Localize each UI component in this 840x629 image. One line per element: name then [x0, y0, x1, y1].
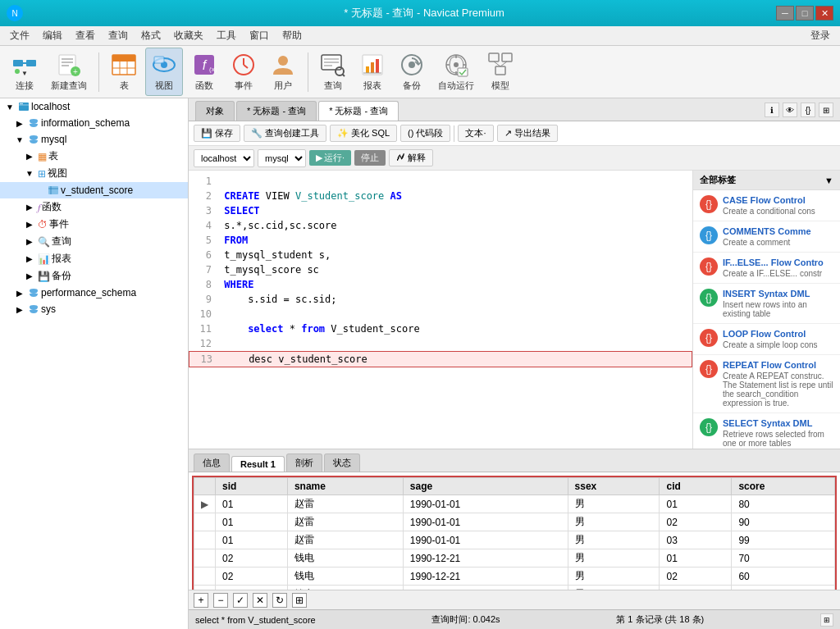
menu-query[interactable]: 查询 — [102, 27, 135, 44]
toolbar-user[interactable]: 用户 — [265, 48, 301, 95]
menu-file[interactable]: 文件 — [3, 27, 36, 44]
menu-edit[interactable]: 编辑 — [36, 27, 69, 44]
add-row-button[interactable]: + — [194, 593, 208, 608]
result-table-wrapper: sid sname sage ssex cid score ▶01赵雷1990-… — [189, 472, 840, 590]
braces-button[interactable]: {} — [801, 103, 815, 117]
text-button[interactable]: 文本· — [458, 125, 493, 142]
beautify-sql-button[interactable]: ✨ 美化 SQL — [330, 125, 397, 142]
toolbar-auto-run[interactable]: 自动运行 — [433, 48, 479, 95]
sidebar-item-localhost[interactable]: ▼ localhost — [0, 98, 188, 115]
toolbar-backup[interactable]: 备份 — [394, 48, 430, 95]
info-button[interactable]: ℹ — [765, 103, 779, 117]
tab-query-2[interactable]: * 无标题 - 查询 — [318, 101, 399, 121]
tab-info[interactable]: 信息 — [194, 454, 230, 472]
save-button[interactable]: 💾 保存 — [194, 125, 240, 142]
toolbar-query[interactable]: 查询 — [315, 48, 351, 95]
database-selector[interactable]: mysql — [258, 149, 306, 167]
tab-status[interactable]: 状态 — [324, 454, 360, 472]
sidebar-item-backup-folder[interactable]: ▶ 💾 备份 — [0, 267, 188, 285]
toolbar-connect[interactable]: ▼ 连接 — [7, 48, 43, 95]
export-result-button[interactable]: ↗ 导出结果 — [497, 125, 558, 142]
repeat-snippet-title: REPEAT Flow Control — [723, 360, 833, 370]
sidebar-item-views-folder[interactable]: ▼ ⊞ 视图 — [0, 165, 188, 182]
toolbar-new-query[interactable]: + 新建查询 — [46, 48, 92, 95]
line-9: 9 s.sid = sc.sid; — [192, 292, 689, 307]
run-button[interactable]: ▶ 运行· — [309, 150, 351, 166]
cancel-edit-button[interactable]: ✕ — [253, 593, 267, 608]
menu-login[interactable]: 登录 — [804, 27, 837, 44]
snippets-header: 全部标签 ▼ — [693, 171, 840, 190]
close-button[interactable]: ✕ — [815, 6, 833, 21]
svg-point-40 — [454, 62, 459, 67]
right-panel: 对象 * 无标题 - 查询 * 无标题 - 查询 ℹ 👁 {} ⊞ 💾 保存 � — [189, 98, 840, 629]
sidebar-item-information-schema[interactable]: ▶ information_schema — [0, 115, 188, 131]
snippets-dropdown-icon[interactable]: ▼ — [824, 175, 833, 185]
sidebar-label-reports: 报表 — [52, 252, 71, 266]
svg-line-24 — [244, 65, 248, 68]
toolbar-auto-run-label: 自动运行 — [438, 80, 474, 92]
minimize-button[interactable]: ─ — [776, 6, 794, 21]
sidebar-item-queries-folder[interactable]: ▶ 🔍 查询 — [0, 233, 188, 250]
toolbar-event-label: 事件 — [235, 80, 253, 92]
menu-window[interactable]: 窗口 — [243, 27, 276, 44]
code-snippet-button[interactable]: () 代码段 — [400, 125, 450, 142]
sidebar-item-events-folder[interactable]: ▶ ⏱ 事件 — [0, 216, 188, 233]
sidebar-item-mysql[interactable]: ▼ mysql — [0, 131, 188, 148]
select-snippet-desc: Retrieve rows selected from one or more … — [723, 430, 833, 448]
menu-help[interactable]: 帮助 — [276, 27, 308, 44]
sql-editor[interactable]: 1 2 CREATE VIEW V_student_score AS 3 SEL… — [189, 171, 692, 449]
grid-button[interactable]: ⊞ — [819, 103, 833, 117]
menu-tools[interactable]: 工具 — [210, 27, 243, 44]
toolbar-function[interactable]: f (x) 函数 — [186, 48, 222, 95]
view-item-icon — [48, 185, 59, 196]
filter-button[interactable]: ⊞ — [292, 593, 307, 608]
snippet-repeat[interactable]: {} REPEAT Flow Control Create A REPEAT c… — [693, 355, 840, 413]
toolbar-new-query-label: 新建查询 — [51, 80, 87, 92]
tick-button[interactable]: ✓ — [233, 593, 248, 608]
stop-button[interactable]: 停止 — [354, 150, 386, 166]
sidebar-item-reports-folder[interactable]: ▶ 📊 报表 — [0, 250, 188, 267]
menu-view[interactable]: 查看 — [69, 27, 102, 44]
tab-profiling[interactable]: 剖析 — [286, 454, 322, 472]
tab-query-1[interactable]: * 无标题 - 查询 — [236, 101, 317, 121]
toolbar-view[interactable]: 视图 — [145, 48, 183, 96]
line-11: 11 select * from V_student_score — [192, 321, 689, 336]
sidebar-item-perf-schema[interactable]: ▶ performance_schema — [0, 285, 188, 301]
ifelse-snippet-desc: Create a IF...ELSE... constr — [723, 269, 824, 278]
status-records: 第 1 条记录 (共 18 条) — [616, 613, 704, 626]
snippet-ifelse[interactable]: {} IF...ELSE... Flow Contro Create a IF.… — [693, 253, 840, 284]
explain-button[interactable]: 🗲 解释 — [389, 149, 433, 166]
snippets-panel: 全部标签 ▼ {} CASE Flow Control Create a con… — [692, 171, 840, 449]
sidebar-item-v-student-score[interactable]: v_student_score — [0, 182, 188, 198]
status-query: select * from V_student_score — [195, 615, 316, 625]
col-ssex: ssex — [568, 478, 660, 495]
table-row: 02钱电1990-12-21男0170 — [194, 549, 835, 567]
menu-format[interactable]: 格式 — [135, 27, 167, 44]
database-icon — [28, 134, 39, 145]
snippet-loop[interactable]: {} LOOP Flow Control Create a simple loo… — [693, 324, 840, 355]
maximize-button[interactable]: □ — [796, 6, 814, 21]
snippet-insert[interactable]: {} INSERT Syntax DML Insert new rows int… — [693, 284, 840, 324]
text-label: 文本· — [465, 127, 486, 139]
eye-button[interactable]: 👁 — [783, 103, 797, 117]
toolbar-model[interactable]: 模型 — [482, 48, 518, 95]
snippet-case[interactable]: {} CASE Flow Control Create a conditiona… — [693, 190, 840, 221]
sidebar-item-tables-folder[interactable]: ▶ ▦ 表 — [0, 148, 188, 165]
tab-result-1[interactable]: Result 1 — [231, 456, 285, 472]
tab-object[interactable]: 对象 — [195, 101, 235, 121]
host-selector[interactable]: localhost — [194, 149, 254, 167]
sidebar-item-sys[interactable]: ▶ sys — [0, 301, 188, 317]
app-icon: N — [7, 5, 23, 21]
sidebar-label-backup: 备份 — [52, 269, 71, 283]
snippet-select[interactable]: {} SELECT Syntax DML Retrieve rows selec… — [693, 413, 840, 449]
delete-row-button[interactable]: − — [213, 593, 228, 608]
toolbar-report[interactable]: 报表 — [354, 48, 390, 95]
sidebar-item-functions-folder[interactable]: ▶ 𝑓 函数 — [0, 198, 188, 216]
toolbar-table[interactable]: 表 — [106, 48, 142, 95]
toolbar-event[interactable]: 事件 — [226, 48, 262, 95]
query-creator-button[interactable]: 🔧 查询创建工具 — [244, 125, 326, 142]
snippet-comments[interactable]: {} COMMENTS Comme Create a comment — [693, 221, 840, 253]
refresh-button[interactable]: ↻ — [272, 593, 287, 608]
menu-favorites[interactable]: 收藏夹 — [167, 27, 210, 44]
grid-view-button[interactable]: ⊞ — [820, 613, 833, 627]
